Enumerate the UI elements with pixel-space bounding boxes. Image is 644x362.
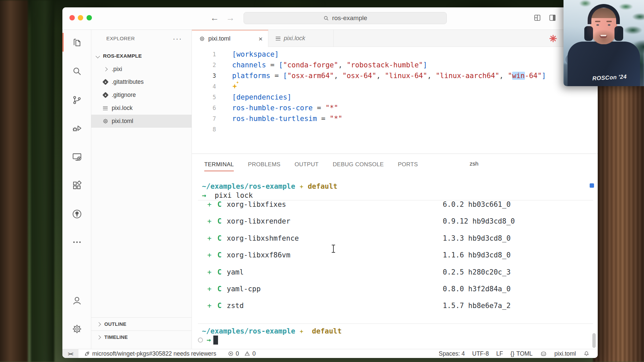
mouse-text-cursor [331, 245, 335, 253]
terminal-notification-dot [590, 183, 594, 188]
conda-badge: C [217, 281, 222, 297]
zoom-window-button[interactable] [87, 15, 92, 20]
warning-count: 0 [252, 350, 256, 357]
conda-badge: C [217, 264, 222, 281]
customize-layout-icon[interactable] [532, 13, 542, 22]
tree-item-pixitoml[interactable]: pixi.toml [91, 115, 192, 128]
activity-item-search[interactable] [67, 62, 86, 80]
tree-item-pixi[interactable]: .pixi [91, 63, 192, 76]
panel-tab-problems[interactable]: PROBLEMS [248, 160, 280, 169]
activity-item-source-control[interactable] [67, 90, 86, 109]
package-name: xorg-libxshmfence [227, 230, 299, 247]
navigate-back-button[interactable]: ← [209, 12, 220, 23]
file-label: .pixi [112, 66, 122, 73]
activity-item-settings[interactable] [67, 319, 86, 338]
eol-status[interactable]: LF [495, 350, 504, 357]
chevron-right-icon [97, 322, 101, 326]
activity-item-run-debug[interactable] [67, 119, 86, 137]
plus-sign: + [207, 230, 212, 247]
code-token: "osx-arm64" [287, 72, 334, 80]
tree-item-gitattributes[interactable]: .gitattributes [91, 75, 192, 88]
toggle-sidebar-icon[interactable] [547, 13, 557, 22]
notifications-bell[interactable] [582, 351, 591, 357]
code-token: , [499, 72, 508, 80]
terminal-scrollbar[interactable] [592, 333, 596, 348]
navigate-forward-button[interactable]: → [225, 12, 236, 23]
language-status[interactable]: {} TOML [509, 350, 534, 357]
editor-line[interactable]: 1[workspace] [192, 49, 598, 60]
code-token: ros-humble-turtlesim [232, 115, 317, 123]
activity-item-remote-explorer[interactable] [67, 147, 86, 166]
line-code: ros-humble-turtlesim = "*" [232, 113, 342, 124]
panel-tab-ports[interactable]: PORTS [398, 160, 418, 169]
line-number: 8 [192, 124, 216, 135]
panel-tab-terminal[interactable]: TERMINAL [204, 160, 234, 169]
editor-line[interactable]: 8 [192, 124, 598, 135]
line-number: 5 [192, 92, 216, 103]
editor-action-starburst-icon[interactable] [549, 34, 557, 43]
panel-tab-debug-console[interactable]: DEBUG CONSOLE [333, 160, 384, 169]
tab-pixilock[interactable]: pixi.lock [268, 30, 334, 47]
activity-item-explorer[interactable] [67, 33, 86, 52]
git-icon [102, 79, 108, 85]
plus-sign: + [207, 281, 212, 297]
tree-root-ros-example[interactable]: ROS-EXAMPLE [91, 49, 192, 62]
indentation-status[interactable]: Spaces: 4 [437, 350, 466, 357]
editor-line[interactable]: 7ros-humble-turtlesim = "*" [192, 113, 598, 124]
panel-tab-output[interactable]: OUTPUT [294, 160, 319, 169]
code-token: "osx-64" [342, 72, 376, 80]
tree-item-pixilock[interactable]: pixi.lock [91, 102, 192, 115]
code-editor[interactable]: 1[workspace]2channels = ["conda-forge", … [192, 47, 598, 154]
code-token: = [266, 61, 279, 69]
package-version: 0.9.12 hb9d3cd8_0 [443, 213, 515, 230]
close-tab-icon[interactable]: × [259, 35, 263, 43]
tab-pixitoml[interactable]: pixi.toml× [192, 30, 268, 47]
braces-icon: {} [511, 350, 515, 357]
line-code: platforms = ["osx-arm64", "osx-64", "lin… [232, 70, 546, 81]
encoding-status[interactable]: UTF-8 [471, 350, 490, 357]
title-bar[interactable]: ← → ros-example [62, 7, 598, 30]
editor-line[interactable]: 3platforms = ["osx-arm64", "osx-64", "li… [192, 70, 598, 81]
code-token: = [313, 104, 325, 112]
file-label: .gitattributes [112, 78, 144, 85]
sidebar-header: EXPLORER ··· [91, 30, 192, 47]
line-number: 7 [192, 113, 216, 124]
chevron-right-icon [102, 66, 108, 72]
activity-item-extensions[interactable] [67, 176, 86, 195]
gear-icon [199, 36, 205, 42]
line-code: [workspace] [232, 49, 279, 60]
conda-badge: C [217, 230, 222, 247]
remote-indicator[interactable]: >< [62, 349, 78, 358]
editor-line[interactable]: 6ros-humble-ros-core = "*" [192, 103, 598, 113]
copilot-status[interactable] [539, 350, 548, 357]
activity-item-accounts[interactable] [67, 291, 86, 310]
tree-item-gitignore[interactable]: .gitignore [91, 88, 192, 102]
git-icon [102, 92, 108, 98]
minimize-window-button[interactable] [78, 15, 83, 20]
problems-status[interactable]: 0 0 [225, 349, 258, 358]
code-token: [ [283, 72, 287, 80]
command-decoration-circle[interactable] [198, 338, 203, 343]
code-token: , [338, 61, 346, 69]
sparkles-emoji [232, 84, 237, 89]
line-number: 6 [192, 103, 216, 113]
bell-icon [583, 351, 590, 357]
code-token: platforms [232, 72, 270, 80]
close-window-button[interactable] [69, 15, 75, 20]
activity-item-github[interactable] [67, 204, 86, 223]
pixi-manifest-status[interactable]: pixi.toml [553, 350, 577, 357]
editor-line[interactable]: 4 [192, 81, 598, 92]
sidebar-section-timeline[interactable]: TIMELINE [91, 330, 192, 344]
shell-label[interactable]: zsh [470, 161, 478, 167]
code-token: ] [423, 61, 427, 69]
explorer-actions-icon[interactable]: ··· [173, 35, 182, 43]
sidebar-section-outline[interactable]: OUTLINE [91, 317, 192, 330]
editor-line[interactable]: 2channels = ["conda-forge", "robostack-h… [192, 60, 598, 70]
activity-item-more[interactable] [67, 233, 86, 251]
command-center-search[interactable]: ros-example [244, 12, 447, 24]
editor-line[interactable]: 5[dependencies] [192, 92, 598, 103]
terminal-package-row: +Cxorg-libxxf86vm1.1.6 hb9d3cd8_0 [192, 247, 598, 263]
github-pr-status[interactable]: microsoft/winget-pkgs#305822 needs revie… [81, 349, 219, 358]
package-version: 0.8.0 h3f2d84a_0 [443, 281, 511, 297]
remote-icon: >< [68, 351, 73, 357]
